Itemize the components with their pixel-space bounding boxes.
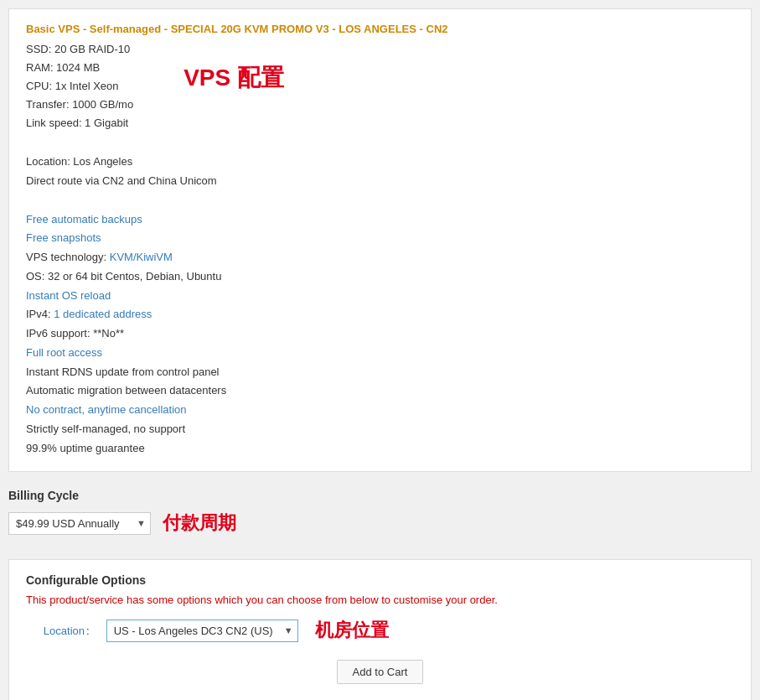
billing-select-wrapper: $49.99 USD Annually ▼ <box>8 512 151 535</box>
billing-section: Billing Cycle $49.99 USD Annually ▼ 付款周期 <box>0 480 760 547</box>
feat-instant-os-link[interactable]: Instant OS reload <box>26 289 111 302</box>
spec-transfer: Transfer: 1000 GB/mo <box>26 96 133 114</box>
feat-no-contract: No contract, anytime cancellation <box>26 401 734 420</box>
feat-kiwivm-link[interactable]: KVM/KiwiVM <box>110 251 173 263</box>
location-watermark: 机房位置 <box>315 618 389 643</box>
feat-self-managed: Strictly self-managed, no support <box>26 420 734 439</box>
spec-link-speed: Link speed: 1 Gigabit <box>26 114 133 132</box>
config-desc: This product/service has some options wh… <box>26 594 734 606</box>
feat-os: OS: 32 or 64 bit Centos, Debian, Ubuntu <box>26 267 734 287</box>
location-block: Location: Los Angeles Direct route via C… <box>26 153 734 189</box>
config-colon: : <box>86 625 90 637</box>
billing-cycle-select[interactable]: $49.99 USD Annually <box>8 512 151 535</box>
feat-snapshots: Free snapshots <box>26 229 734 248</box>
configurable-section: Configurable Options This product/servic… <box>8 559 752 700</box>
product-card: Basic VPS - Self-managed - SPECIAL 20G K… <box>8 8 752 472</box>
feat-rdns: Instant RDNS update from control panel <box>26 363 734 382</box>
feat-ipv6: IPv6 support: **No** <box>26 324 734 344</box>
feat-ipv4-link[interactable]: 1 dedicated address <box>54 308 152 320</box>
spec-cpu: CPU: 1x Intel Xeon <box>26 77 133 96</box>
config-label-row: Location : <box>26 625 90 637</box>
spec-ssd: SSD: 20 GB RAID-10 <box>26 40 734 59</box>
feat-ipv4: IPv4: 1 dedicated address <box>26 305 734 324</box>
feat-instant-os: Instant OS reload <box>26 287 734 306</box>
add-cart-row: Add to Cart <box>26 660 734 684</box>
feat-root: Full root access <box>26 344 734 363</box>
feat-snapshots-link[interactable]: Free snapshots <box>26 231 101 244</box>
add-to-cart-button[interactable]: Add to Cart <box>337 660 424 684</box>
feat-backups: Free automatic backups <box>26 210 734 230</box>
config-location-label: Location <box>26 625 85 637</box>
feature-list: Free automatic backups Free snapshots VP… <box>26 210 734 459</box>
feat-root-link[interactable]: Full root access <box>26 346 102 359</box>
location-select[interactable]: US - Los Angeles DC3 CN2 (US) <box>106 620 298 642</box>
specs-block: Basic VPS - Self-managed - SPECIAL 20G K… <box>26 23 734 458</box>
billing-watermark: 付款周期 <box>163 511 236 536</box>
config-title: Configurable Options <box>26 573 734 587</box>
feat-migration: Automatic migration between datacenters <box>26 381 734 401</box>
product-title: Basic VPS - Self-managed - SPECIAL 20G K… <box>26 23 734 35</box>
feat-vps-tech: VPS technology: KVM/KiwiVM <box>26 248 734 267</box>
location-select-wrapper: US - Los Angeles DC3 CN2 (US) ▼ <box>106 620 298 642</box>
direct-route-line: Direct route via CN2 and China Unicom <box>26 172 734 190</box>
billing-row: $49.99 USD Annually ▼ 付款周期 <box>8 511 752 536</box>
billing-title: Billing Cycle <box>8 489 752 502</box>
location-line: Location: Los Angeles <box>26 153 734 171</box>
config-location-row: Location : US - Los Angeles DC3 CN2 (US)… <box>26 618 734 643</box>
watermark-vps: VPS 配置 <box>184 65 284 91</box>
feat-backups-link[interactable]: Free automatic backups <box>26 213 142 226</box>
feat-no-contract-link[interactable]: No contract, anytime cancellation <box>26 403 186 416</box>
spec-ram: RAM: 1024 MB <box>26 59 734 77</box>
feat-uptime: 99.9% uptime guarantee <box>26 439 734 459</box>
page-wrapper: Basic VPS - Self-managed - SPECIAL 20G K… <box>0 0 760 700</box>
